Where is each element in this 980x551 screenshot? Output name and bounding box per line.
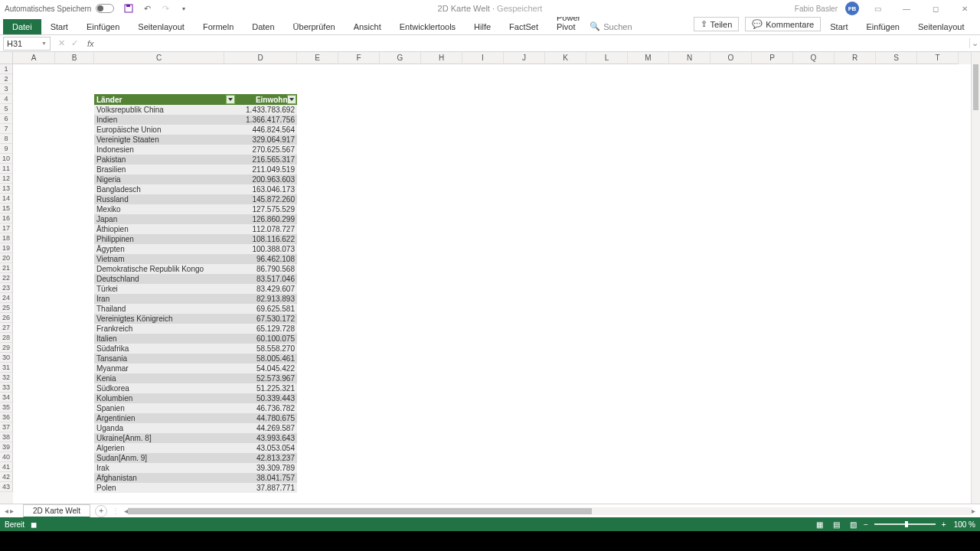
table-row[interactable]: Ukraine[Anm. 8]43.993.643: [94, 433, 297, 443]
cell-country[interactable]: Südkorea: [94, 383, 236, 393]
name-box[interactable]: H31 ▼: [3, 37, 51, 51]
row-header-13[interactable]: 13: [0, 184, 13, 194]
cell-population[interactable]: 126.860.299: [236, 214, 297, 224]
col-header-K[interactable]: K: [545, 52, 586, 64]
table-row[interactable]: Vereinigtes Königreich67.530.172: [94, 314, 297, 324]
col-header-L[interactable]: L: [586, 52, 628, 64]
table-row[interactable]: Nigeria200.963.603: [94, 174, 297, 184]
cell-population[interactable]: 44.780.675: [236, 413, 297, 423]
table-row[interactable]: Türkei83.429.607: [94, 284, 297, 294]
row-header-26[interactable]: 26: [0, 313, 13, 323]
cell-country[interactable]: Südafrika: [94, 344, 236, 354]
cell-country[interactable]: Uganda: [94, 423, 236, 433]
cell-country[interactable]: Ukraine[Anm. 8]: [94, 433, 236, 443]
cell-country[interactable]: Vereinigtes Königreich: [94, 314, 236, 324]
row-header-38[interactable]: 38: [0, 432, 13, 442]
cell-population[interactable]: 50.339.443: [236, 393, 297, 403]
table-row[interactable]: Irak39.309.789: [94, 463, 297, 473]
cell-country[interactable]: Argentinien: [94, 413, 236, 423]
row-header-6[interactable]: 6: [0, 114, 13, 124]
cancel-icon[interactable]: ✕: [58, 38, 65, 48]
row-header-24[interactable]: 24: [0, 293, 13, 303]
table-row[interactable]: Vietnam96.462.108: [94, 254, 297, 264]
col-header-M[interactable]: M: [628, 52, 669, 64]
cell-population[interactable]: 42.813.237: [236, 453, 297, 463]
cell-country[interactable]: Italien: [94, 334, 236, 344]
horizontal-scrollbar[interactable]: [128, 507, 972, 515]
table-row[interactable]: Thailand69.625.581: [94, 304, 297, 314]
tab-start[interactable]: Start: [41, 19, 77, 34]
col-header-R[interactable]: R: [835, 52, 876, 64]
tab-daten[interactable]: Daten: [243, 19, 283, 34]
cell-country[interactable]: Indien: [94, 115, 236, 125]
cell-country[interactable]: Thailand: [94, 304, 236, 314]
table-row[interactable]: Kenia52.573.967: [94, 373, 297, 383]
cell-population[interactable]: 38.041.757: [236, 473, 297, 483]
row-header-4[interactable]: 4: [0, 94, 13, 104]
cell-country[interactable]: Tansania: [94, 354, 236, 364]
tab-seitenlayout[interactable]: Seitenlayout: [129, 19, 194, 34]
tab-formeln[interactable]: Formeln: [194, 19, 243, 34]
tab-einfügen[interactable]: Einfügen: [77, 19, 129, 34]
table-row[interactable]: Russland145.872.260: [94, 194, 297, 204]
row-header-5[interactable]: 5: [0, 104, 13, 114]
table-row[interactable]: Italien60.100.075: [94, 334, 297, 344]
cell-population[interactable]: 100.388.073: [236, 244, 297, 254]
table-row[interactable]: Pakistan216.565.317: [94, 155, 297, 165]
cell-country[interactable]: Deutschland: [94, 274, 236, 284]
cell-country[interactable]: Vereinigte Staaten: [94, 135, 236, 145]
row-header-22[interactable]: 22: [0, 273, 13, 283]
row-header-40[interactable]: 40: [0, 452, 13, 462]
table-row[interactable]: Iran82.913.893: [94, 294, 297, 304]
cell-population[interactable]: 83.517.046: [236, 274, 297, 284]
cell-population[interactable]: 39.309.789: [236, 463, 297, 473]
row-header-15[interactable]: 15: [0, 204, 13, 214]
cell-population[interactable]: 54.045.422: [236, 364, 297, 373]
comments-button[interactable]: 💬Kommentare: [745, 17, 821, 31]
table-row[interactable]: Japan126.860.299: [94, 214, 297, 224]
sheet-next-icon[interactable]: ▸: [10, 507, 14, 515]
table-row[interactable]: Südafrika58.558.270: [94, 344, 297, 354]
cell-country[interactable]: Japan: [94, 214, 236, 224]
cell-country[interactable]: Kenia: [94, 373, 236, 383]
zoom-out-icon[interactable]: −: [864, 520, 868, 529]
table-row[interactable]: Frankreich65.129.728: [94, 324, 297, 334]
cell-population[interactable]: 52.573.967: [236, 373, 297, 383]
sheet-tab[interactable]: 2D Karte Welt: [23, 504, 90, 518]
cell-country[interactable]: Europäische Union: [94, 125, 236, 135]
cell-population[interactable]: 112.078.727: [236, 224, 297, 234]
table-row[interactable]: Vereinigte Staaten329.064.917: [94, 135, 297, 145]
row-header-27[interactable]: 27: [0, 323, 13, 333]
col-header-S[interactable]: S: [876, 52, 917, 64]
col-header-J[interactable]: J: [504, 52, 545, 64]
zoom-slider[interactable]: [874, 523, 936, 525]
cell-population[interactable]: 67.530.172: [236, 314, 297, 324]
cell-population[interactable]: 58.558.270: [236, 344, 297, 354]
col-header-N[interactable]: N: [669, 52, 710, 64]
autosave-toggle[interactable]: [96, 4, 114, 13]
row-header-32[interactable]: 32: [0, 373, 13, 383]
row-header-42[interactable]: 42: [0, 472, 13, 482]
table-row[interactable]: Argentinien44.780.675: [94, 413, 297, 423]
cell-population[interactable]: 108.116.622: [236, 234, 297, 244]
col-header-T[interactable]: T: [917, 52, 959, 64]
cell-country[interactable]: Ägypten: [94, 244, 236, 254]
row-header-34[interactable]: 34: [0, 393, 13, 403]
table-row[interactable]: Indonesien270.625.567: [94, 145, 297, 155]
row-header-9[interactable]: 9: [0, 144, 13, 154]
cell-population[interactable]: 69.625.581: [236, 304, 297, 314]
tab-factset[interactable]: FactSet: [500, 19, 547, 34]
row-header-39[interactable]: 39: [0, 442, 13, 452]
cell-country[interactable]: Brasilien: [94, 165, 236, 174]
row-header-17[interactable]: 17: [0, 223, 13, 233]
cell-country[interactable]: Irak: [94, 463, 236, 473]
cell-country[interactable]: Myanmar: [94, 364, 236, 373]
row-header-28[interactable]: 28: [0, 333, 13, 343]
row-header-10[interactable]: 10: [0, 154, 13, 164]
col-header-P[interactable]: P: [752, 52, 793, 64]
table-row[interactable]: Uganda44.269.587: [94, 423, 297, 433]
table-row[interactable]: Deutschland83.517.046: [94, 274, 297, 284]
macro-record-icon[interactable]: ◼: [31, 520, 37, 529]
row-header-21[interactable]: 21: [0, 263, 13, 273]
table-row[interactable]: Mexiko127.575.529: [94, 204, 297, 214]
